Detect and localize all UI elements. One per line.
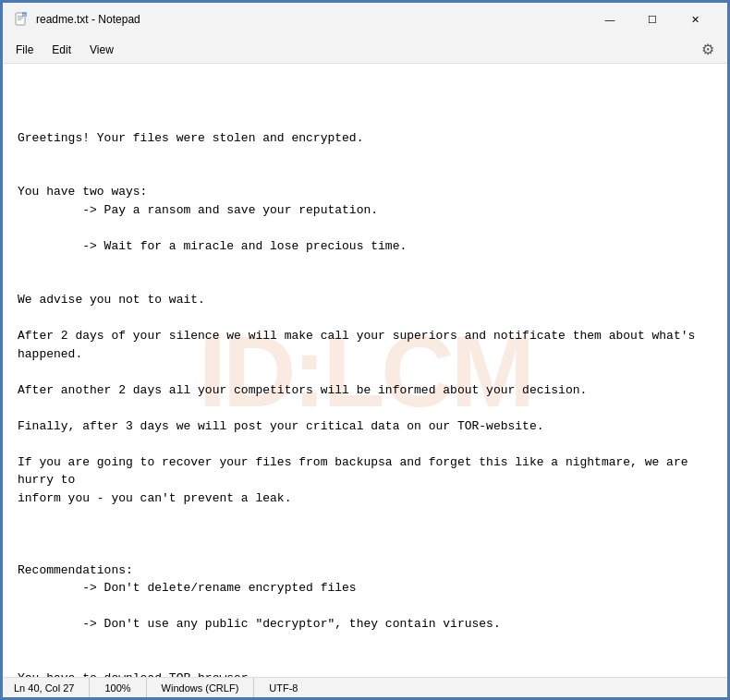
zoom-level: 100% bbox=[90, 678, 146, 697]
window-title: readme.txt - Notepad bbox=[36, 13, 589, 26]
maximize-button[interactable]: ☐ bbox=[631, 5, 674, 34]
view-menu[interactable]: View bbox=[80, 40, 123, 60]
minimize-button[interactable]: — bbox=[589, 5, 631, 34]
svg-rect-2 bbox=[18, 18, 23, 18]
close-button[interactable]: ✕ bbox=[674, 5, 716, 34]
file-menu[interactable]: File bbox=[6, 40, 43, 60]
svg-rect-3 bbox=[18, 19, 21, 20]
file-content: Greetings! Your files were stolen and en… bbox=[18, 129, 712, 678]
settings-button[interactable]: ⚙ bbox=[692, 37, 724, 62]
status-bar: Ln 40, Col 27 100% Windows (CRLF) UTF-8 bbox=[3, 677, 727, 697]
menu-bar: File Edit View ⚙ bbox=[3, 36, 727, 64]
title-controls: — ☐ ✕ bbox=[589, 5, 716, 34]
edit-menu[interactable]: Edit bbox=[43, 40, 80, 60]
title-bar: ✎ readme.txt - Notepad — ☐ ✕ bbox=[3, 3, 727, 36]
cursor-position: Ln 40, Col 27 bbox=[10, 678, 90, 697]
encoding: UTF-8 bbox=[254, 678, 312, 697]
svg-text:✎: ✎ bbox=[23, 13, 26, 18]
text-editor[interactable]: ID:LCM Greetings! Your files were stolen… bbox=[3, 64, 727, 677]
notepad-window: ✎ readme.txt - Notepad — ☐ ✕ File Edit V… bbox=[2, 2, 728, 698]
notepad-icon: ✎ bbox=[14, 12, 29, 27]
line-ending: Windows (CRLF) bbox=[147, 678, 255, 697]
